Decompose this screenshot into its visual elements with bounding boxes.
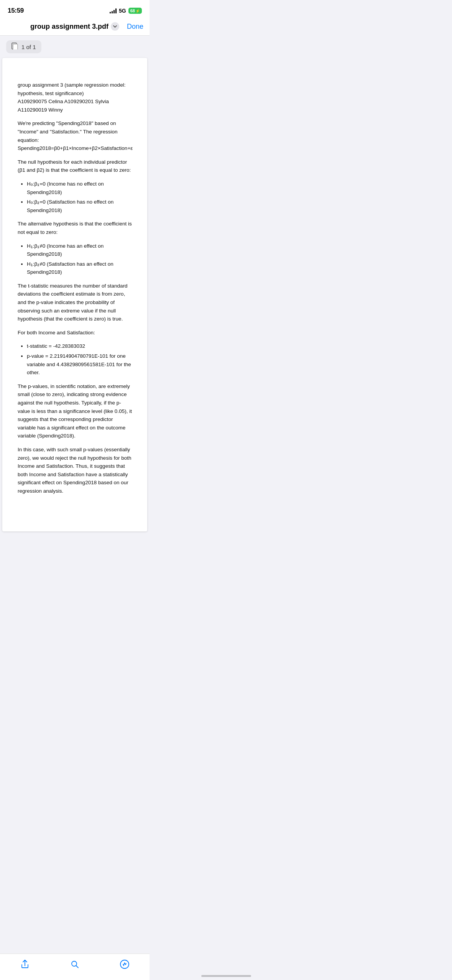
stats-list: t-statistic = -42.28383032 p-value = 2.2…	[27, 342, 132, 377]
battery-indicator: 68 ⚡	[128, 8, 142, 14]
nav-title: group assignment 3.pdf	[30, 22, 119, 31]
stat-1: t-statistic = -42.28383032	[27, 342, 132, 350]
pdf-header-line: group assignment 3 (sample regression mo…	[18, 81, 132, 114]
alt-hyp-2: H₁:β₂≠0 (Satisfaction has an effect on S…	[27, 260, 132, 276]
pdf-paragraph2: The null hypothesis for each individual …	[18, 158, 132, 174]
battery-level: 68	[130, 8, 135, 13]
status-time: 15:59	[8, 7, 24, 15]
pdf-paragraph5: For both Income and Satisfaction:	[18, 329, 132, 337]
network-label: 5G	[119, 8, 126, 14]
pdf-paragraph4: The t-statistic measures the number of s…	[18, 282, 132, 323]
document-title: group assignment 3.pdf	[30, 23, 108, 31]
null-hyp-2: H₀:β₂=0 (Satisfaction has no effect on S…	[27, 198, 132, 214]
status-right: 5G 68 ⚡	[110, 8, 142, 14]
signal-icon	[110, 8, 117, 13]
null-hypothesis-list: H₀:β₁=0 (Income has no effect on Spendin…	[27, 180, 132, 214]
page-indicator: 1 of 1	[6, 40, 41, 53]
alt-hypothesis-list: H₁:β₁≠0 (Income has an effect on Spendin…	[27, 242, 132, 276]
svg-rect-1	[13, 44, 18, 49]
pdf-paragraph1: We're predicting "Spending2018" based on…	[18, 119, 132, 152]
pdf-page: group assignment 3 (sample regression mo…	[2, 58, 147, 531]
nav-bar: group assignment 3.pdf Done	[0, 19, 150, 36]
alt-hyp-1: H₁:β₁≠0 (Income has an effect on Spendin…	[27, 242, 132, 258]
stat-2: p-value = 2.21914904780791E-101 for one …	[27, 352, 132, 377]
null-hyp-1: H₀:β₁=0 (Income has no effect on Spendin…	[27, 180, 132, 196]
page-count-label: 1 of 1	[21, 44, 36, 50]
done-button[interactable]: Done	[127, 23, 143, 31]
pages-icon	[12, 43, 18, 51]
chevron-down-icon[interactable]	[111, 22, 119, 31]
bottom-spacer	[0, 535, 150, 581]
pdf-paragraph3: The alternative hypothesis is that the c…	[18, 220, 132, 236]
page-indicator-bar: 1 of 1	[0, 36, 150, 58]
pdf-paragraph7: In this case, with such small p-values (…	[18, 446, 132, 495]
pdf-paragraph6: The p-values, in scientific notation, ar…	[18, 382, 132, 440]
pdf-scroll-area[interactable]: group assignment 3 (sample regression mo…	[0, 58, 150, 535]
battery-bolt-icon: ⚡	[135, 9, 140, 13]
status-bar: 15:59 5G 68 ⚡	[0, 0, 150, 19]
